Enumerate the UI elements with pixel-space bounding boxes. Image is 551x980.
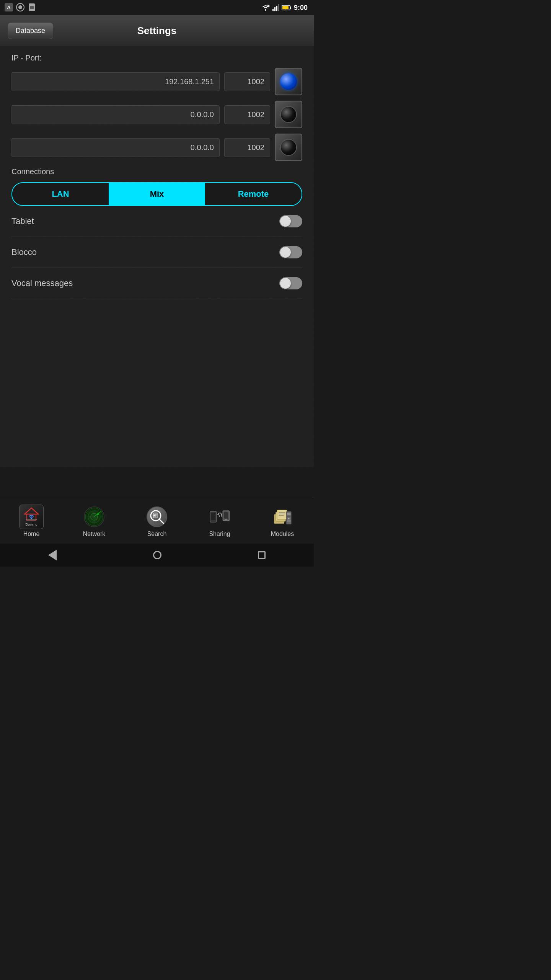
toggle-vocal-label: Vocal messages bbox=[11, 278, 73, 288]
nav-search-label: Search bbox=[147, 531, 167, 537]
ip-input-2[interactable] bbox=[11, 105, 220, 124]
connection-tabs: LAN Mix Remote bbox=[11, 182, 302, 206]
keyboard-icon: A bbox=[5, 3, 13, 11]
header: Database Settings bbox=[0, 15, 314, 46]
port-input-2[interactable] bbox=[224, 105, 270, 124]
indicator-black-dot-3 bbox=[280, 139, 297, 156]
toggle-row-vocal: Vocal messages bbox=[11, 268, 302, 299]
bottom-nav: Domino Home Network bbox=[0, 498, 314, 544]
toggle-blocco-knob bbox=[280, 247, 291, 258]
ip-row-3 bbox=[11, 134, 302, 161]
nav-home-label: Home bbox=[23, 531, 40, 537]
toggle-tablet-label: Tablet bbox=[11, 216, 34, 226]
home-button[interactable] bbox=[153, 551, 161, 559]
svg-text:⚡: ⚡ bbox=[284, 7, 287, 10]
database-button[interactable]: Database bbox=[8, 23, 53, 39]
svg-line-29 bbox=[159, 519, 163, 523]
port-input-1[interactable] bbox=[224, 72, 270, 91]
svg-point-27 bbox=[97, 513, 99, 515]
indicator-blue-dot bbox=[280, 73, 297, 90]
content-inner: IP - Port: Connections bbox=[11, 54, 302, 299]
indicator-black-dot-2 bbox=[280, 106, 297, 123]
nav-item-search[interactable]: Search bbox=[139, 501, 175, 541]
svg-point-19 bbox=[31, 518, 32, 519]
svg-point-49 bbox=[288, 518, 290, 519]
svg-rect-20 bbox=[26, 519, 37, 520]
home-icon: Domino bbox=[19, 505, 44, 529]
network-icon bbox=[82, 505, 106, 529]
svg-point-3 bbox=[18, 5, 22, 9]
record-icon bbox=[16, 3, 24, 11]
main-content: IP - Port: Connections bbox=[0, 46, 314, 467]
svg-rect-39 bbox=[225, 519, 227, 520]
sharing-icon bbox=[207, 505, 232, 529]
signal-icon bbox=[272, 4, 279, 11]
toggle-blocco[interactable] bbox=[279, 246, 302, 258]
svg-rect-36 bbox=[211, 513, 215, 520]
nav-item-network[interactable]: Network bbox=[76, 501, 112, 541]
nav-modules-label: Modules bbox=[271, 531, 294, 537]
svg-rect-5 bbox=[30, 6, 34, 9]
nav-network-label: Network bbox=[83, 531, 106, 537]
system-nav-bar bbox=[0, 544, 314, 567]
svg-rect-9 bbox=[272, 9, 274, 11]
toggle-blocco-label: Blocco bbox=[11, 247, 37, 257]
nav-sharing-label: Sharing bbox=[209, 531, 230, 537]
nav-item-modules[interactable]: Modules bbox=[264, 501, 301, 541]
tab-remote[interactable]: Remote bbox=[205, 183, 302, 205]
page-title: Settings bbox=[137, 25, 177, 37]
nav-item-home[interactable]: Domino Home bbox=[13, 501, 50, 541]
status-time: 9:00 bbox=[294, 4, 308, 12]
battery-icon: ⚡ bbox=[282, 5, 292, 10]
svg-rect-12 bbox=[278, 4, 279, 11]
status-icons-right: ⚡ 9:00 bbox=[261, 4, 308, 12]
svg-text:A: A bbox=[7, 5, 11, 10]
ip-port-label: IP - Port: bbox=[11, 54, 302, 62]
indicator-1[interactable] bbox=[275, 68, 302, 95]
recents-button[interactable] bbox=[258, 551, 266, 559]
indicator-3[interactable] bbox=[275, 134, 302, 161]
ip-input-3[interactable] bbox=[11, 138, 220, 157]
ip-row-1 bbox=[11, 68, 302, 95]
svg-rect-48 bbox=[287, 516, 290, 517]
search-icon bbox=[145, 505, 169, 529]
ip-input-1[interactable] bbox=[11, 72, 220, 91]
svg-marker-17 bbox=[24, 508, 38, 514]
toggle-row-tablet: Tablet bbox=[11, 206, 302, 237]
modules-icon bbox=[270, 505, 295, 529]
tab-lan[interactable]: LAN bbox=[12, 183, 109, 205]
port-input-3[interactable] bbox=[224, 138, 270, 157]
svg-rect-42 bbox=[277, 510, 287, 519]
svg-point-6 bbox=[265, 9, 266, 11]
svg-rect-11 bbox=[276, 6, 277, 11]
wifi-icon bbox=[261, 4, 270, 11]
back-button[interactable] bbox=[48, 550, 57, 560]
indicator-2[interactable] bbox=[275, 101, 302, 128]
tab-mix[interactable]: Mix bbox=[109, 183, 205, 205]
toggle-tablet[interactable] bbox=[279, 215, 302, 227]
svg-rect-14 bbox=[290, 7, 291, 9]
ip-row-2 bbox=[11, 101, 302, 128]
svg-rect-38 bbox=[224, 512, 228, 518]
toggle-vocal-knob bbox=[280, 278, 291, 289]
svg-rect-10 bbox=[274, 7, 276, 11]
sim-icon bbox=[28, 3, 36, 11]
toggle-row-blocco: Blocco bbox=[11, 237, 302, 268]
toggle-vocal[interactable] bbox=[279, 277, 302, 289]
nav-item-sharing[interactable]: Sharing bbox=[201, 501, 238, 541]
connections-label: Connections bbox=[11, 167, 302, 176]
status-bar: A bbox=[0, 0, 314, 15]
status-icons-left: A bbox=[5, 3, 36, 11]
toggle-tablet-knob bbox=[280, 216, 291, 227]
svg-rect-50 bbox=[287, 520, 290, 522]
svg-rect-47 bbox=[287, 513, 290, 515]
